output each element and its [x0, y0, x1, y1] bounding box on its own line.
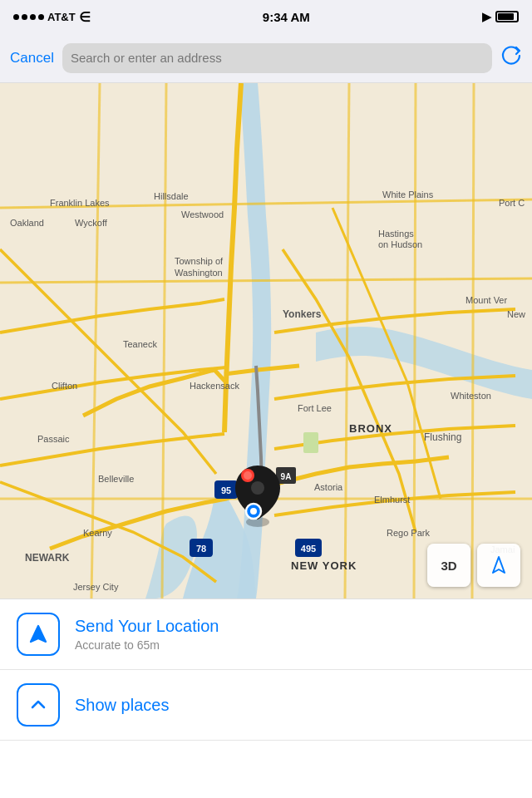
svg-text:95: 95	[221, 485, 231, 495]
send-location-item[interactable]: Send Your Location Accurate to 65m	[0, 599, 532, 670]
svg-text:Clifton: Clifton	[52, 381, 77, 391]
svg-text:Westwood: Westwood	[181, 209, 224, 219]
svg-text:Whiteston: Whiteston	[451, 391, 491, 401]
svg-text:Jersey City: Jersey City	[73, 582, 119, 592]
svg-text:Township of: Township of	[175, 256, 224, 266]
send-location-text: Send Your Location Accurate to 65m	[75, 617, 219, 652]
send-location-title: Send Your Location	[75, 617, 219, 636]
svg-text:Oakland: Oakland	[10, 218, 44, 228]
svg-text:Kearny: Kearny	[83, 528, 112, 538]
location-button[interactable]	[477, 544, 520, 587]
carrier-label: AT&T	[47, 11, 76, 23]
battery-icon	[495, 11, 519, 22]
location-arrow-icon	[27, 623, 49, 645]
search-input[interactable]	[71, 51, 484, 65]
svg-text:Astoria: Astoria	[314, 482, 343, 492]
bottom-panel: Send Your Location Accurate to 65m Show …	[0, 598, 532, 798]
svg-text:NEWARK: NEWARK	[25, 552, 70, 564]
svg-text:Elmhurst: Elmhurst	[374, 495, 410, 505]
svg-text:78: 78	[196, 544, 206, 554]
status-left: AT&T ∈	[13, 9, 91, 25]
svg-point-15	[250, 508, 257, 515]
svg-rect-1	[303, 432, 318, 453]
svg-point-11	[251, 481, 264, 495]
svg-text:9A: 9A	[281, 472, 292, 481]
svg-text:Port C: Port C	[499, 198, 525, 208]
send-location-icon-wrap	[17, 613, 60, 656]
svg-text:Hillsdale: Hillsdale	[154, 191, 189, 201]
svg-text:New: New	[507, 309, 525, 319]
show-places-icon-wrap	[17, 683, 60, 727]
svg-text:Washington: Washington	[175, 268, 223, 278]
svg-text:on Hudson: on Hudson	[378, 239, 422, 249]
3d-button[interactable]: 3D	[427, 544, 470, 587]
show-places-item[interactable]: Show places	[0, 670, 532, 741]
svg-text:Passaic: Passaic	[37, 434, 70, 444]
signal-dots	[13, 14, 44, 20]
refresh-button[interactable]	[500, 45, 522, 71]
svg-text:Fort Lee: Fort Lee	[298, 403, 332, 413]
svg-text:Yonkers: Yonkers	[283, 308, 322, 320]
svg-text:Teaneck: Teaneck	[123, 339, 157, 349]
svg-text:BRONX: BRONX	[349, 422, 392, 435]
svg-text:Mount Ver: Mount Ver	[466, 295, 507, 305]
chevron-up-icon	[27, 694, 49, 716]
search-input-wrap	[62, 43, 492, 73]
send-location-subtitle: Accurate to 65m	[75, 638, 219, 652]
status-time: 9:34 AM	[263, 10, 310, 24]
svg-point-13	[244, 471, 252, 480]
wifi-icon: ∈	[79, 9, 91, 25]
status-bar: AT&T ∈ 9:34 AM ▶	[0, 0, 532, 33]
search-bar: Cancel	[0, 33, 532, 83]
map-area[interactable]: 95 9A 78 495 Franklin Lakes Hillsdale We…	[0, 83, 532, 598]
map-controls: 3D	[427, 544, 520, 587]
svg-text:Hastings: Hastings	[378, 229, 414, 239]
svg-text:White Plains: White Plains	[382, 190, 434, 200]
cancel-button[interactable]: Cancel	[10, 50, 54, 66]
show-places-text: Show places	[75, 696, 169, 715]
svg-text:Belleville: Belleville	[98, 474, 134, 484]
svg-text:Flushing: Flushing	[424, 431, 461, 443]
status-right: ▶	[482, 10, 519, 23]
svg-text:Hackensack: Hackensack	[190, 381, 239, 391]
3d-label: 3D	[441, 559, 456, 573]
location-active-icon: ▶	[482, 10, 491, 23]
svg-text:Rego Park: Rego Park	[387, 528, 430, 538]
svg-text:495: 495	[301, 544, 316, 554]
show-places-title: Show places	[75, 696, 169, 715]
svg-text:NEW YORK: NEW YORK	[291, 559, 357, 572]
svg-text:Franklin Lakes: Franklin Lakes	[50, 198, 110, 208]
svg-text:Wyckoff: Wyckoff	[75, 218, 108, 228]
